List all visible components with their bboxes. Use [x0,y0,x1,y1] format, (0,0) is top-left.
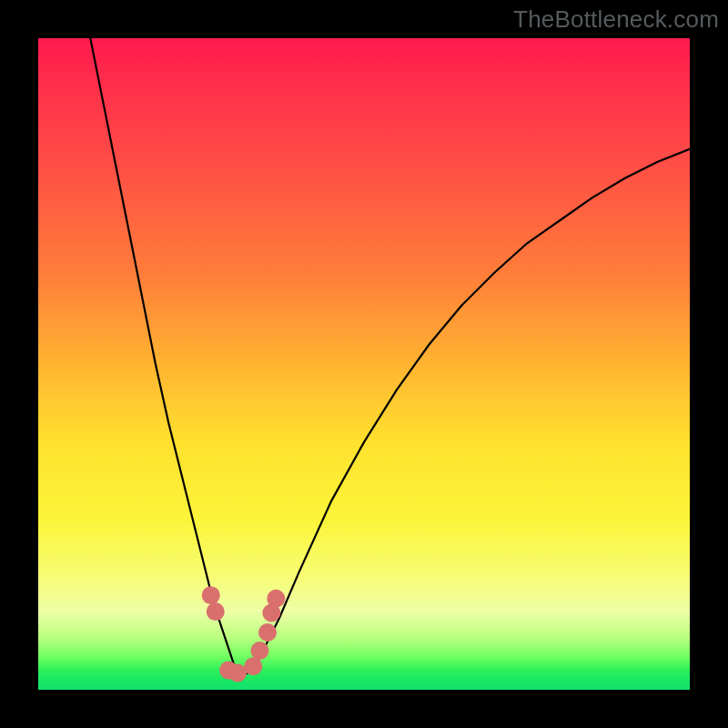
chart-svg [38,38,690,690]
data-marker [202,586,220,604]
watermark-text: TheBottleneck.com [513,5,719,34]
marker-group [202,586,286,682]
data-marker [207,602,225,621]
data-marker [258,623,277,642]
plot-area [38,38,690,690]
chart-frame: TheBottleneck.com [0,0,728,728]
data-marker [250,642,268,660]
data-marker [267,590,285,608]
data-marker [244,657,262,675]
data-marker [228,663,247,682]
bottleneck-curve [90,38,690,673]
